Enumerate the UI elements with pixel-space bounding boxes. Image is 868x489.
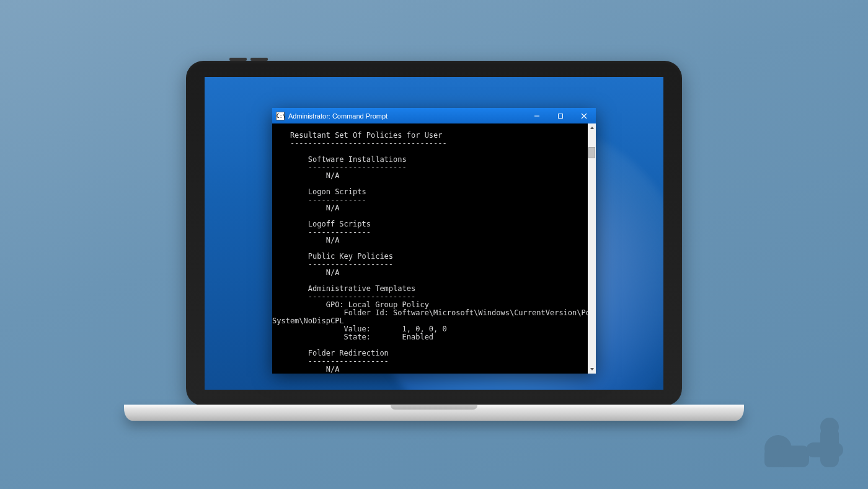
scroll-down-button[interactable] (588, 365, 596, 374)
scrollbar-track[interactable] (588, 132, 596, 365)
svg-rect-3 (778, 446, 809, 467)
scrollbar[interactable] (588, 123, 596, 374)
svg-rect-6 (806, 442, 843, 457)
window-title: Administrator: Command Prompt (288, 112, 388, 120)
minimize-button[interactable] (525, 108, 549, 123)
scrollbar-thumb[interactable] (588, 147, 595, 158)
maximize-button[interactable] (549, 108, 572, 123)
gt-watermark-icon (763, 415, 849, 470)
close-button[interactable] (572, 108, 596, 123)
cmd-icon: C:\ (276, 112, 285, 120)
command-prompt-window: C:\ Administrator: Command Prompt Result… (272, 108, 596, 372)
terminal-body: Resultant Set Of Policies for User -----… (272, 123, 596, 374)
terminal-output[interactable]: Resultant Set Of Policies for User -----… (272, 123, 588, 374)
laptop-base (124, 405, 744, 421)
svg-rect-0 (559, 114, 563, 118)
titlebar[interactable]: C:\ Administrator: Command Prompt (272, 108, 596, 123)
scroll-up-button[interactable] (588, 123, 596, 132)
